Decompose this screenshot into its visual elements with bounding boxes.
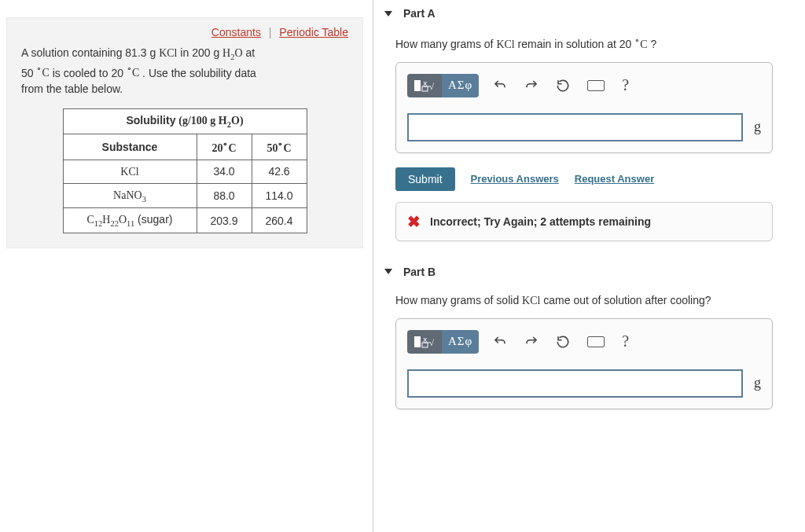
link-separator: | — [269, 26, 272, 39]
part-b-header[interactable]: Part B — [373, 259, 805, 284]
col-20c: 20∘C — [197, 134, 252, 160]
feedback-text: Incorrect; Try Again; 2 attempts remaini… — [430, 215, 651, 228]
keyboard-button[interactable] — [584, 74, 608, 97]
table-row: NaNO3 88.0 114.0 — [63, 183, 307, 208]
help-button[interactable]: ? — [619, 330, 632, 354]
part-a-answer-box: x͟√ ΑΣφ ? g — [395, 62, 773, 153]
answer-toolbar: x͟√ ΑΣφ ? — [407, 330, 761, 354]
greek-button[interactable]: ΑΣφ — [442, 330, 479, 354]
templates-button[interactable]: x͟√ — [407, 330, 442, 354]
request-answer-link[interactable]: Request Answer — [575, 173, 654, 185]
reference-links: Constants | Periodic Table — [21, 26, 348, 39]
periodic-table-link[interactable]: Periodic Table — [279, 26, 348, 39]
help-button[interactable]: ? — [619, 74, 632, 97]
part-a-unit: g — [754, 119, 761, 135]
part-b-title: Part B — [403, 266, 436, 278]
solubility-table: Solubility (g/100 g H2O) Substance 20∘C … — [63, 108, 307, 233]
templates-button[interactable]: x͟√ — [407, 74, 442, 97]
part-a-title: Part A — [403, 7, 436, 20]
reset-button[interactable] — [553, 74, 573, 97]
part-b-answer-box: x͟√ ΑΣφ ? g — [395, 318, 773, 409]
redo-button[interactable] — [521, 74, 542, 97]
svg-rect-0 — [414, 80, 421, 91]
undo-button[interactable] — [490, 330, 510, 354]
table-header: Solubility (g/100 g H2O) — [63, 109, 307, 134]
redo-button[interactable] — [521, 330, 542, 354]
part-a-question: How many grams of KCl remain in solution… — [373, 26, 805, 62]
svg-text:√: √ — [429, 82, 435, 91]
greek-button[interactable]: ΑΣφ — [442, 74, 479, 97]
part-a-submit-row: Submit Previous Answers Request Answer — [395, 167, 805, 191]
incorrect-icon: ✖ — [407, 212, 421, 231]
col-substance: Substance — [63, 134, 197, 160]
answer-toolbar: x͟√ ΑΣφ ? — [407, 74, 761, 97]
caret-down-icon — [384, 269, 392, 274]
table-row: C12H22O11 (sugar) 203.9 260.4 — [63, 208, 307, 233]
feedback-box: ✖ Incorrect; Try Again; 2 attempts remai… — [395, 202, 773, 241]
reset-button[interactable] — [553, 330, 573, 354]
svg-rect-4 — [414, 336, 421, 347]
part-b-unit: g — [754, 375, 761, 391]
constants-link[interactable]: Constants — [211, 26, 261, 39]
part-a-header[interactable]: Part A — [373, 0, 805, 26]
keyboard-button[interactable] — [584, 330, 608, 354]
problem-statement: A solution containing 81.3 g KCl in 200 … — [21, 45, 348, 97]
submit-button[interactable]: Submit — [395, 167, 455, 191]
part-a-answer-input[interactable] — [407, 113, 743, 141]
col-50c: 50∘C — [252, 134, 307, 160]
keyboard-icon — [587, 80, 605, 91]
previous-answers-link[interactable]: Previous Answers — [471, 173, 559, 185]
problem-info-box: Constants | Periodic Table A solution co… — [6, 17, 363, 248]
svg-text:√: √ — [429, 338, 435, 347]
keyboard-icon — [587, 336, 605, 347]
format-group: x͟√ ΑΣφ — [407, 330, 479, 354]
part-b-answer-input[interactable] — [407, 369, 743, 398]
caret-down-icon — [384, 11, 392, 17]
undo-button[interactable] — [490, 74, 510, 97]
table-row: KCl 34.0 42.6 — [63, 160, 307, 183]
format-group: x͟√ ΑΣφ — [407, 74, 479, 97]
part-b-question: How many grams of solid KCl came out of … — [373, 284, 805, 318]
